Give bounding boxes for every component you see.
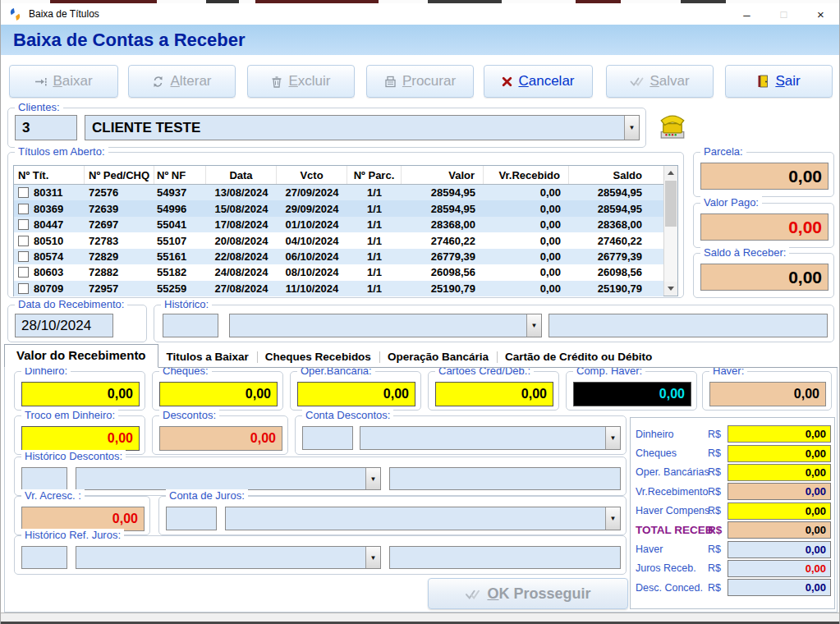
historico-code-field[interactable]: [163, 314, 218, 337]
saldo-receber-label: Saldo à Receber:: [700, 246, 789, 259]
row-checkbox[interactable]: [18, 283, 29, 294]
minimize-icon[interactable]: –: [728, 3, 765, 25]
conta-juros-combo-arrow-icon[interactable]: ▼: [605, 507, 620, 530]
tab-cheques-recebidos[interactable]: Cheques Recebidos: [257, 347, 379, 367]
cancelar-button[interactable]: Cancelar: [484, 65, 593, 98]
dinheiro-field[interactable]: 0,00: [21, 382, 140, 406]
ok-check-icon: [465, 588, 480, 600]
scroll-up-icon[interactable]: [664, 166, 677, 180]
valor-pago-field[interactable]: 0,00: [700, 213, 829, 241]
cell-pedido: 72882: [85, 264, 154, 280]
row-checkbox[interactable]: [18, 187, 29, 198]
conta-descontos-code-field[interactable]: [302, 426, 353, 450]
column-header[interactable]: Valor: [402, 166, 484, 184]
ok-prosseguir-button[interactable]: OK Prosseguir: [428, 578, 628, 609]
historico-juros-combo[interactable]: ▼: [76, 546, 381, 569]
row-checkbox[interactable]: [18, 251, 29, 262]
table-header-row[interactable]: Nº Tít. Nº Ped/CHQ Nº NF Data Vcto Nº Pa…: [14, 166, 677, 185]
historico-juros-code-field[interactable]: [21, 546, 67, 569]
salvar-button[interactable]: Salvar: [606, 65, 714, 98]
baixar-button[interactable]: Baixar: [9, 65, 118, 98]
historico-extra-field[interactable]: [549, 314, 828, 337]
baixar-icon: [34, 76, 47, 88]
alterar-button[interactable]: Alterar: [128, 65, 236, 98]
conta-descontos-combo[interactable]: ▼: [360, 426, 621, 450]
column-header[interactable]: Nº Ped/CHQ: [85, 166, 154, 184]
historico-descontos-extra-field[interactable]: [389, 467, 621, 490]
historico-combo[interactable]: ▼: [229, 314, 542, 337]
summary-row-label: TOTAL RECEB: [636, 524, 708, 536]
saldo-receber-field[interactable]: 0,00: [700, 264, 829, 291]
data-recebimento-field[interactable]: 28/10/2024: [15, 314, 113, 337]
phone-icon[interactable]: [656, 110, 689, 141]
cliente-combo-arrow-icon[interactable]: ▼: [624, 116, 639, 140]
table-row[interactable]: 80574 72829 55161 22/08/2024 06/10/2024 …: [14, 249, 663, 264]
close-icon[interactable]: ×: [802, 3, 839, 25]
cell-data: 24/08/2024: [206, 264, 277, 280]
historico-juros-extra-field[interactable]: [389, 546, 621, 569]
tab-valor-do-recebimento[interactable]: Valor do Recebimento: [4, 344, 158, 368]
table-row[interactable]: 80510 72783 55107 20/08/2024 04/10/2024 …: [14, 232, 663, 248]
cliente-code-field[interactable]: 3: [15, 115, 77, 140]
cell-parcela: 1/1: [347, 185, 402, 200]
summary-row-label: Oper. Bancárias: [636, 466, 708, 478]
conta-juros-code-field[interactable]: [166, 507, 217, 530]
cheques-groupbox: Cheques: 0,00: [152, 371, 283, 411]
oper-bancaria-field[interactable]: 0,00: [297, 382, 415, 406]
table-row[interactable]: 80709 72957 55259 27/08/2024 11/10/2024 …: [14, 281, 663, 296]
troco-field[interactable]: 0,00: [21, 426, 140, 451]
cheques-field[interactable]: 0,00: [159, 382, 278, 406]
comp-haver-field[interactable]: 0,00: [573, 382, 691, 406]
cell-pedido: 72829: [85, 249, 154, 264]
excluir-button[interactable]: Excluir: [247, 65, 355, 98]
historico-combo-arrow-icon[interactable]: ▼: [526, 314, 541, 337]
table-scrollbar[interactable]: [663, 166, 677, 296]
tab-titulos-a-baixar[interactable]: Titulos a Baixar: [158, 347, 257, 367]
table-row[interactable]: 80311 72576 54937 13/08/2024 27/09/2024 …: [14, 185, 663, 200]
dinheiro-value: 0,00: [108, 387, 133, 401]
conta-descontos-combo-arrow-icon[interactable]: ▼: [605, 427, 620, 449]
tab-cart-o-de-cr-dito-ou-d-bito[interactable]: Cartão de Crédito ou Débito: [497, 347, 660, 367]
maximize-icon[interactable]: □: [765, 3, 802, 25]
conta-descontos-groupbox: Conta Descontos: ▼: [295, 415, 627, 455]
row-checkbox[interactable]: [18, 236, 29, 246]
column-header[interactable]: Nº Tít.: [14, 166, 85, 184]
conta-juros-combo[interactable]: ▼: [225, 507, 621, 530]
cell-vencimento: 06/10/2024: [277, 249, 347, 264]
column-header[interactable]: Saldo: [569, 166, 652, 184]
procurar-button[interactable]: Procurar: [366, 65, 474, 98]
oper-bancaria-value: 0,00: [383, 387, 409, 401]
summary-row-label: Cheques: [636, 447, 708, 459]
vr-acresc-field[interactable]: 0,00: [21, 507, 145, 531]
column-header[interactable]: Data: [206, 166, 277, 184]
column-header[interactable]: Nº NF: [154, 166, 206, 184]
tab-opera-o-banc-ria[interactable]: Operação Bancária: [379, 347, 497, 367]
row-checkbox[interactable]: [18, 219, 29, 230]
summary-row-currency: R$: [708, 447, 726, 459]
scrollbar-thumb[interactable]: [665, 181, 677, 227]
cliente-combo[interactable]: CLIENTE TESTE ▼: [85, 115, 640, 140]
sair-button[interactable]: Sair: [725, 65, 833, 98]
historico-descontos-combo-arrow-icon[interactable]: ▼: [365, 468, 380, 489]
column-header[interactable]: Vcto: [277, 166, 347, 184]
cartoes-field[interactable]: 0,00: [435, 382, 553, 406]
cancel-x-icon: [502, 76, 512, 87]
column-header[interactable]: Nº Parc.: [347, 166, 402, 184]
scroll-down-icon[interactable]: [664, 282, 677, 296]
table-row[interactable]: 80603 72882 55182 24/08/2024 08/10/2024 …: [14, 264, 663, 280]
table-row[interactable]: 80369 72639 54996 15/08/2024 29/09/2024 …: [14, 200, 663, 216]
haver-field[interactable]: 0,00: [709, 382, 826, 406]
salvar-label: Salvar: [650, 73, 689, 89]
historico-descontos-combo[interactable]: ▼: [76, 467, 381, 490]
tab-label: Valor do Recebimento: [16, 348, 146, 362]
column-header[interactable]: Vr.Recebido: [484, 166, 569, 184]
cell-valor: 27460,22: [402, 232, 484, 248]
table-row[interactable]: 80447 72697 55041 17/08/2024 01/10/2024 …: [14, 217, 663, 232]
summary-row-currency: R$: [708, 486, 726, 498]
row-checkbox[interactable]: [18, 267, 29, 278]
descontos-field[interactable]: 0,00: [159, 426, 282, 451]
row-checkbox[interactable]: [18, 204, 29, 214]
historico-juros-combo-arrow-icon[interactable]: ▼: [365, 547, 380, 568]
historico-descontos-code-field[interactable]: [21, 467, 67, 490]
parcela-field[interactable]: 0,00: [700, 163, 829, 190]
